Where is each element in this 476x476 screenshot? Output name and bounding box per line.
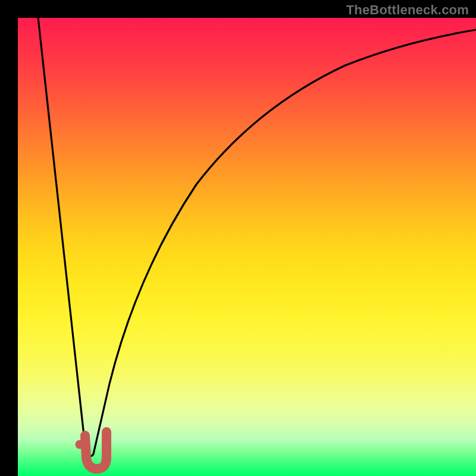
watermark-text: TheBottleneck.com — [346, 2, 469, 18]
outer-frame: TheBottleneck.com — [0, 0, 476, 476]
plot-area — [18, 18, 476, 476]
bottleneck-curve — [37, 18, 476, 456]
curve-layer — [18, 18, 476, 476]
optimum-hook — [85, 432, 107, 469]
